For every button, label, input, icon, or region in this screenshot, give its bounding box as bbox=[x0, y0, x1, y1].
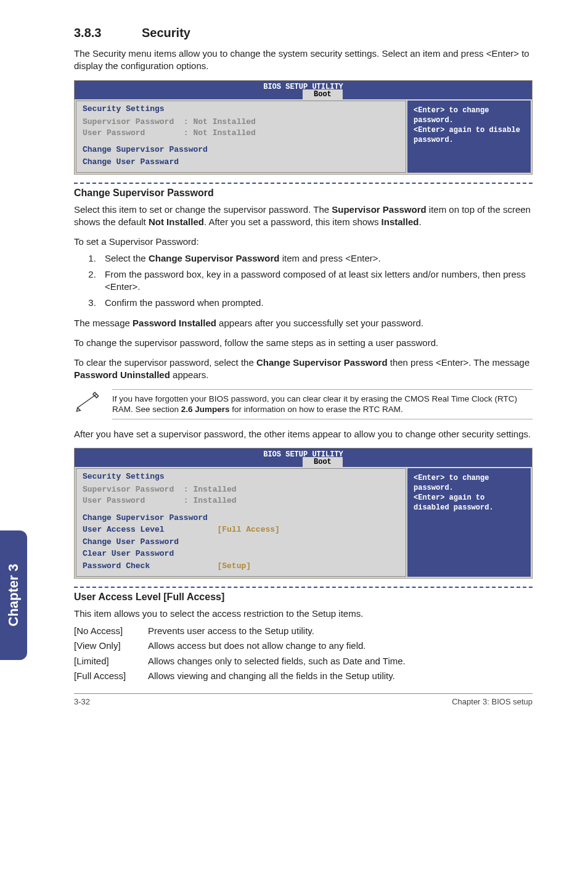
option-key: [View Only] bbox=[74, 640, 148, 652]
bios-header: BIOS SETUP UTILITY Boot bbox=[75, 448, 532, 467]
text-frag: . bbox=[419, 217, 421, 227]
option-key: [Full Access] bbox=[74, 670, 148, 682]
option-value: Allows viewing and changing all the fiel… bbox=[148, 670, 533, 682]
footer-chapter-label: Chapter 3: BIOS setup bbox=[452, 696, 533, 708]
para-user-access-intro: This item allows you to select the acces… bbox=[74, 608, 533, 620]
menu-password-check[interactable]: Password Check [Setup] bbox=[83, 561, 399, 572]
menu-change-supervisor-password[interactable]: Change Supervisor Password bbox=[83, 513, 399, 524]
para-password-installed: The message Password Installed appears a… bbox=[74, 317, 533, 329]
note-box: If you have forgotten your BIOS password… bbox=[74, 389, 533, 419]
bios-help-text: <Enter> to change password. <Enter> agai… bbox=[414, 474, 494, 513]
option-row: [Limited]Allows changes only to selected… bbox=[74, 655, 533, 667]
text-frag: item and press <Enter>. bbox=[279, 253, 380, 263]
text-frag: Select this item to set or change the su… bbox=[74, 204, 332, 215]
text-frag: Supervisor Password bbox=[332, 204, 426, 215]
step-1: Select the Change Supervisor Password it… bbox=[99, 252, 533, 265]
bios-panel-2: BIOS SETUP UTILITY Boot Security Setting… bbox=[74, 448, 533, 579]
text-frag: Installed bbox=[382, 217, 419, 227]
user-password-value: : Not Installed bbox=[184, 128, 256, 138]
para-clear-supervisor: To clear the supervisor password, select… bbox=[74, 357, 533, 382]
supervisor-password-row: Supervisor Password : Installed bbox=[83, 484, 399, 495]
bios-title: BIOS SETUP UTILITY bbox=[75, 448, 532, 460]
user-password-label: User Password bbox=[83, 128, 145, 138]
text-frag: Select the bbox=[105, 253, 149, 263]
bios-left-pane: Security Settings Supervisor Password : … bbox=[76, 101, 406, 173]
menu-clear-user-password[interactable]: Clear User Password bbox=[83, 548, 399, 559]
text-frag: 2.6 Jumpers bbox=[181, 405, 230, 414]
bios-title: BIOS SETUP UTILITY bbox=[75, 81, 532, 92]
bios-header: BIOS SETUP UTILITY Boot bbox=[75, 81, 532, 99]
user-password-value: : Installed bbox=[184, 496, 237, 505]
menu-value: [Full Access] bbox=[217, 525, 279, 534]
para-after-set: After you have set a supervisor password… bbox=[74, 428, 533, 440]
bios-help-pane: <Enter> to change password. <Enter> agai… bbox=[407, 468, 531, 577]
menu-change-user-password[interactable]: Change User Password bbox=[83, 537, 399, 548]
text-frag: appears after you successfully set your … bbox=[216, 318, 423, 328]
text-frag: To clear the supervisor password, select… bbox=[74, 357, 256, 368]
chapter-side-tab: Chapter 3 bbox=[0, 530, 27, 660]
menu-user-access-level[interactable]: User Access Level [Full Access] bbox=[83, 524, 399, 535]
page-footer: 3-32 Chapter 3: BIOS setup bbox=[74, 693, 533, 708]
note-icon bbox=[74, 389, 101, 416]
menu-change-user-password[interactable]: Change User Passward bbox=[83, 157, 399, 168]
chapter-side-tab-label: Chapter 3 bbox=[4, 564, 23, 626]
menu-change-supervisor-password[interactable]: Change Supervisor Password bbox=[83, 144, 399, 155]
menu-label: Password Check bbox=[83, 561, 150, 571]
note-text: If you have forgotten your BIOS password… bbox=[112, 389, 533, 419]
section-number: 3.8.3 bbox=[74, 25, 142, 41]
intro-paragraph: The Security menu items allow you to cha… bbox=[74, 47, 533, 73]
text-frag: . After you set a password, this item sh… bbox=[204, 217, 382, 227]
bios-help-text: <Enter> to change password. <Enter> agai… bbox=[414, 106, 520, 145]
text-frag: then press <Enter>. The message bbox=[388, 357, 530, 368]
option-row: [No Access]Prevents user access to the S… bbox=[74, 625, 533, 637]
text-frag: Change Supervisor Password bbox=[149, 253, 280, 263]
para-supervisor-desc: Select this item to set or change the su… bbox=[74, 204, 533, 229]
supervisor-password-label: Supervisor Password bbox=[83, 117, 174, 126]
user-password-label: User Password bbox=[83, 496, 145, 505]
options-list: [No Access]Prevents user access to the S… bbox=[74, 625, 533, 682]
steps-list: Select the Change Supervisor Password it… bbox=[74, 252, 533, 310]
text-frag: Password Uninstalled bbox=[74, 369, 170, 380]
option-value: Prevents user access to the Setup utilit… bbox=[148, 625, 533, 637]
bios-panel-1: BIOS SETUP UTILITY Boot Security Setting… bbox=[74, 80, 533, 175]
supervisor-password-label: Supervisor Password bbox=[83, 485, 174, 494]
option-row: [View Only]Allows access but does not al… bbox=[74, 640, 533, 652]
supervisor-password-row: Supervisor Password : Not Installed bbox=[83, 117, 399, 128]
user-password-row: User Password : Not Installed bbox=[83, 128, 399, 139]
text-frag: The message bbox=[74, 318, 133, 328]
to-set-label: To set a Supervisor Password: bbox=[74, 236, 533, 248]
footer-page-number: 3-32 bbox=[74, 696, 90, 708]
text-frag: for information on how to erase the RTC … bbox=[230, 405, 403, 414]
heading-change-supervisor-password: Change Supervisor Password bbox=[74, 186, 533, 200]
step-3: Confirm the password when prompted. bbox=[99, 297, 533, 309]
step-2: From the password box, key in a password… bbox=[99, 268, 533, 294]
option-value: Allows access but does not allow change … bbox=[148, 640, 533, 652]
text-frag: appears. bbox=[170, 369, 209, 380]
option-value: Allows changes only to selected fields, … bbox=[148, 655, 533, 667]
text-frag: Change Supervisor Password bbox=[256, 357, 388, 368]
supervisor-password-value: : Installed bbox=[184, 485, 237, 494]
text-frag: Password Installed bbox=[133, 318, 216, 328]
bios-left-header: Security Settings bbox=[83, 471, 399, 482]
bios-left-header: Security Settings bbox=[83, 104, 399, 115]
section-heading: 3.8.3Security bbox=[74, 25, 533, 41]
option-key: [Limited] bbox=[74, 655, 148, 667]
bios-help-pane: <Enter> to change password. <Enter> agai… bbox=[407, 101, 531, 173]
supervisor-password-value: : Not Installed bbox=[184, 117, 256, 126]
text-frag: Not Installed bbox=[149, 217, 204, 227]
user-password-row: User Password : Installed bbox=[83, 495, 399, 506]
para-change-supervisor: To change the supervisor password, follo… bbox=[74, 337, 533, 349]
bios-left-pane: Security Settings Supervisor Password : … bbox=[76, 468, 406, 577]
section-title: Security bbox=[142, 26, 190, 39]
menu-value: [Setup] bbox=[217, 561, 251, 571]
menu-label: User Access Level bbox=[83, 525, 165, 534]
heading-user-access-level: User Access Level [Full Access] bbox=[74, 590, 533, 604]
option-row: [Full Access]Allows viewing and changing… bbox=[74, 670, 533, 682]
option-key: [No Access] bbox=[74, 625, 148, 637]
